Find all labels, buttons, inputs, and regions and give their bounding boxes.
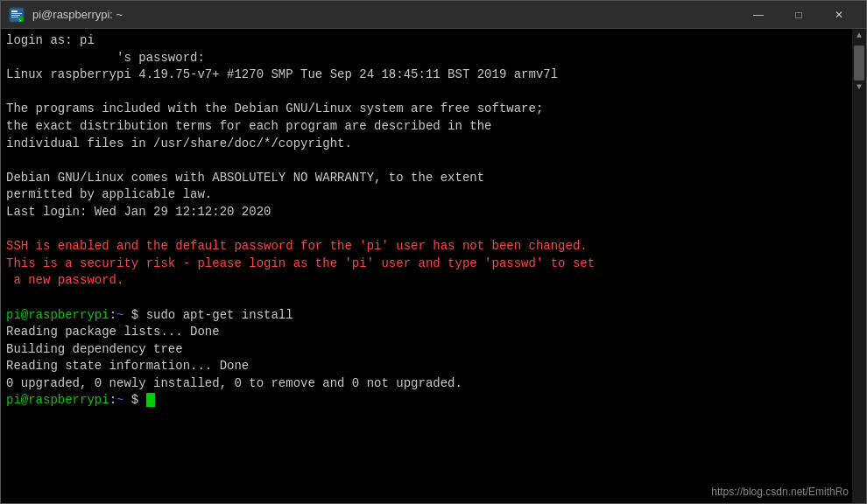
terminal-line: Building dependency tree — [6, 341, 861, 359]
svg-rect-3 — [11, 15, 20, 16]
terminal-body[interactable]: login as: pi pi@192.168.1.21's password:… — [1, 29, 866, 503]
terminal-line: 0 upgraded, 0 newly installed, 0 to remo… — [6, 375, 861, 393]
scrollbar-down-button[interactable]: ▼ — [855, 80, 863, 94]
maximize-button[interactable]: □ — [779, 1, 819, 29]
terminal-line-ssh-warning2: This is a security risk - please login a… — [6, 256, 861, 273]
titlebar: >_ pi@raspberrypi: ~ — □ ✕ — [1, 1, 866, 29]
minimize-button[interactable]: — — [738, 1, 779, 29]
terminal-line-ssh-warning3: a new password. — [6, 272, 861, 290]
svg-rect-4 — [11, 17, 18, 18]
terminal-line: Reading package lists... Done — [6, 324, 861, 341]
terminal-line: The programs included with the Debian GN… — [6, 101, 861, 118]
svg-rect-2 — [11, 13, 22, 14]
terminal-line — [6, 152, 861, 170]
scrollbar-thumb[interactable] — [854, 46, 864, 80]
terminal-window: >_ pi@raspberrypi: ~ — □ ✕ login as: pi … — [0, 0, 867, 504]
terminal-line — [6, 221, 861, 239]
svg-rect-1 — [11, 10, 18, 12]
scrollbar-up-button[interactable]: ▲ — [855, 29, 863, 42]
terminal-cursor — [146, 393, 155, 407]
scrollbar[interactable]: ▲ ▼ — [852, 29, 866, 503]
terminal-line: login as: pi — [6, 32, 861, 50]
window-title: pi@raspberrypi: ~ — [32, 8, 738, 21]
watermark: https://blog.csdn.net/EmithRo — [711, 486, 849, 498]
terminal-line: Debian GNU/Linux comes with ABSOLUTELY N… — [6, 170, 861, 187]
terminal-line-final-prompt: pi@raspberrypi:~ $ — [6, 392, 861, 410]
window-controls: — □ ✕ — [738, 1, 859, 29]
terminal-line: pi@192.168.1.21's password: — [6, 50, 861, 67]
terminal-line: Linux raspberrypi 4.19.75-v7+ #1270 SMP … — [6, 66, 861, 84]
terminal-line: the exact distribution terms for each pr… — [6, 118, 861, 136]
svg-text:>_: >_ — [19, 17, 25, 23]
terminal-line: individual files in /usr/share/doc/*/cop… — [6, 136, 861, 153]
terminal-line-ssh-warning: SSH is enabled and the default password … — [6, 238, 861, 256]
close-button[interactable]: ✕ — [819, 1, 859, 29]
terminal-line-prompt1: pi@raspberrypi:~ $ sudo apt-get install — [6, 307, 861, 325]
terminal-line: Last login: Wed Jan 29 12:12:20 2020 — [6, 204, 861, 221]
terminal-line: permitted by applicable law. — [6, 186, 861, 204]
terminal-line — [6, 84, 861, 102]
terminal-line — [6, 290, 861, 307]
window-icon: >_ — [8, 6, 25, 24]
terminal-line: Reading state information... Done — [6, 358, 861, 375]
